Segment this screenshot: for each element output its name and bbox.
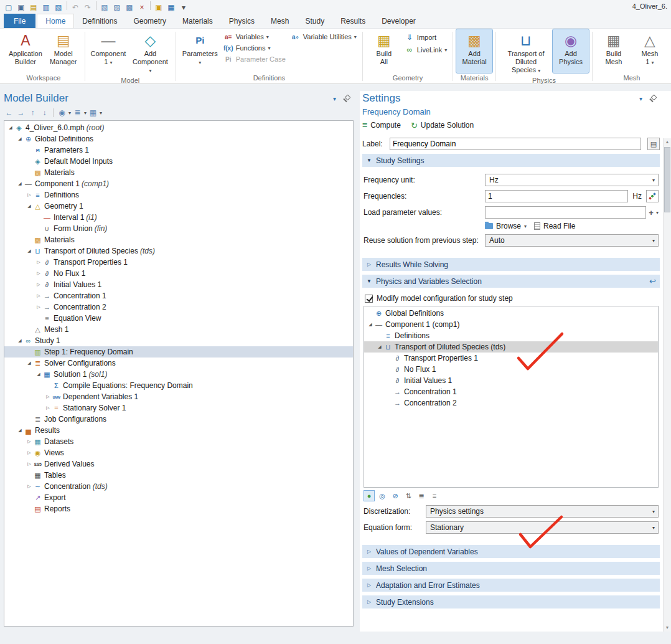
nav-back-icon[interactable]: ← — [4, 108, 14, 118]
label-input[interactable] — [390, 138, 641, 150]
tree-item[interactable]: ◢⊔Transport of Diluted Species (tds) — [364, 341, 658, 353]
move-up-icon[interactable]: ↑ — [27, 108, 38, 118]
tree-item[interactable]: ΣCompile Equations: Frequency Domain — [4, 380, 353, 391]
tree-item[interactable]: ∂No Flux 1 — [364, 364, 658, 375]
redo-icon[interactable]: ↷ — [82, 2, 94, 13]
collapse-arrow-icon[interactable]: ◢ — [16, 136, 24, 141]
tree-item[interactable]: ▷▦Datasets — [4, 436, 353, 447]
tab-file[interactable]: File — [4, 14, 35, 28]
tree-item[interactable]: ▷◉Views — [4, 447, 353, 458]
new-window-icon[interactable]: ▣ — [15, 2, 27, 13]
section-study-settings[interactable]: ▼ Study Settings — [362, 154, 660, 167]
collapse-arrow-icon[interactable]: ◢ — [26, 204, 33, 209]
expand-arrow-icon[interactable]: ▷ — [44, 394, 52, 399]
tab-mesh[interactable]: Mesh — [263, 14, 297, 28]
tree-item[interactable]: ◢—Component 1 (comp1) — [364, 319, 658, 330]
tree-item[interactable]: ≡Equation View — [4, 313, 353, 324]
variable-utilities-button[interactable]: a∘Variable Utilities▾ — [288, 32, 359, 41]
parameters-button[interactable]: PiParameters ▾ — [179, 29, 221, 73]
open-icon[interactable]: ▤ — [27, 2, 40, 13]
move-down-icon[interactable]: ↓ — [39, 108, 50, 118]
read-file-button[interactable]: Read File — [534, 222, 575, 230]
tree-item[interactable]: ▤Reports — [4, 503, 353, 514]
tree-item[interactable]: ◢⊔Transport of Diluted Species(tds) — [4, 245, 353, 257]
expand-arrow-icon[interactable]: ▷ — [35, 282, 42, 287]
functions-button[interactable]: f(x)Functions▾ — [221, 44, 288, 52]
collapse-arrow-icon[interactable]: ◢ — [16, 181, 24, 186]
tree-item[interactable]: →Concentration 2 — [364, 397, 658, 409]
view-options-icon[interactable]: ▦ — [88, 108, 98, 118]
update-solution-button[interactable]: ↻ Update Solution — [411, 121, 474, 130]
tree-item[interactable]: ◢≣Solver Configurations — [4, 358, 353, 369]
expand-arrow-icon[interactable]: ▷ — [44, 405, 52, 410]
paste-icon[interactable]: ▨ — [111, 2, 123, 13]
tree-item[interactable]: ∂Initial Values 1 — [364, 375, 658, 386]
label-options-button[interactable]: ▤ — [647, 138, 660, 150]
load-parameter-input[interactable] — [485, 206, 646, 219]
tab-developer[interactable]: Developer — [373, 14, 424, 28]
tab-definitions[interactable]: Definitions — [74, 14, 125, 28]
tree-item[interactable]: ≣Job Configurations — [4, 414, 353, 425]
tree-item[interactable]: →Concentration 1 — [364, 386, 658, 397]
add-material-button[interactable]: ▩AddMaterial — [456, 29, 492, 73]
expand-arrow-icon[interactable]: ▷ — [26, 462, 33, 466]
expand-arrow-icon[interactable]: ▷ — [35, 293, 42, 298]
range-button[interactable] — [646, 190, 659, 202]
tree-item[interactable]: ↗Export — [4, 492, 353, 503]
collapse-arrow-icon[interactable]: ◢ — [7, 125, 14, 130]
panel-menu-icon[interactable]: ▾ — [333, 95, 336, 102]
tree-item[interactable]: ◢⊕Global Definitions — [4, 133, 353, 144]
pin-icon[interactable] — [342, 95, 350, 103]
add-physics-button[interactable]: ◉AddPhysics — [553, 29, 589, 73]
expand-arrow-icon[interactable]: ▷ — [35, 271, 42, 276]
expand-arrow-icon[interactable]: ▷ — [26, 192, 33, 197]
activate-icon[interactable]: ● — [364, 490, 375, 501]
scrollbar-thumb[interactable] — [664, 147, 670, 212]
equation-form-select[interactable]: Stationary ▾ — [426, 521, 659, 534]
tree-item[interactable]: ▷∂Initial Values 1 — [4, 279, 353, 290]
undo-icon[interactable]: ↶ — [69, 2, 82, 13]
tree-item[interactable]: ∪Form Union(fin) — [4, 223, 353, 234]
save-icon[interactable]: ▥ — [40, 2, 52, 13]
discretization-select[interactable]: Physics settings ▾ — [426, 505, 659, 518]
expand-arrow-icon[interactable]: ▷ — [26, 450, 33, 455]
tree-item[interactable]: ▷8.85Derived Values — [4, 458, 353, 470]
tree-item[interactable]: ▷≡Definitions — [4, 189, 353, 201]
collapse-arrow-icon[interactable]: ◢ — [35, 372, 42, 377]
duplicate-icon[interactable]: ▩ — [123, 2, 136, 13]
tree-item[interactable]: ▷→Concentration 2 — [4, 301, 353, 313]
deactivate-icon[interactable]: ◎ — [377, 490, 388, 501]
variables-button[interactable]: a=Variables▾ — [221, 32, 288, 41]
collapse-arrow-icon[interactable]: ◢ — [26, 361, 33, 366]
frequencies-input[interactable] — [485, 190, 628, 202]
scroll-up-icon[interactable]: ▲ — [664, 138, 671, 146]
section-study-extensions[interactable]: ▷Study Extensions — [362, 595, 660, 608]
add-component-button[interactable]: ◇AddComponent ▾ — [128, 29, 172, 76]
tree-item[interactable]: ◢—Component 1(comp1) — [4, 178, 353, 189]
parameter-case-button[interactable]: PiParameter Case — [221, 55, 288, 64]
tab-geometry[interactable]: Geometry — [125, 14, 174, 28]
livelink-button[interactable]: ∞LiveLink▾ — [402, 45, 449, 55]
tree-item[interactable]: ◢△Geometry 1 — [4, 201, 353, 212]
model-manager-button[interactable]: ▤ModelManager — [45, 29, 82, 73]
tree-item[interactable]: ◈Default Model Inputs — [4, 156, 353, 167]
tree-item[interactable]: ≡Definitions — [364, 330, 658, 341]
section-values-of-dependent-variables[interactable]: ▷Values of Dependent Variables — [362, 545, 660, 558]
section-physics-and-variables-selection[interactable]: ▼ Physics and Variables Selection ↩ — [362, 275, 660, 288]
disable-icon[interactable]: ⊘ — [390, 490, 401, 501]
tree-item[interactable]: ▷∂Transport Properties 1 — [4, 257, 353, 268]
compute-button[interactable]: = Compute — [362, 120, 401, 130]
section-mesh-selection[interactable]: ▷Mesh Selection — [362, 562, 660, 575]
tree-item[interactable]: ▥Step 1: Frequency Domain — [4, 346, 353, 358]
expand-all-icon[interactable]: ≣ — [416, 490, 427, 501]
transport-of-diluted-species-button[interactable]: ⊔Transport ofDiluted Species ▾ — [499, 29, 553, 76]
panel-menu-icon[interactable]: ▾ — [639, 95, 642, 102]
tab-study[interactable]: Study — [297, 14, 332, 28]
tree-item[interactable]: ▩Materials — [4, 167, 353, 178]
expand-arrow-icon[interactable]: ▷ — [26, 484, 33, 489]
expand-arrow-icon[interactable]: ▷ — [35, 260, 42, 265]
tab-home[interactable]: Home — [37, 14, 74, 28]
tree-item[interactable]: ▷∼Concentration(tds) — [4, 481, 353, 492]
application-builder-button[interactable]: AApplicationBuilder — [6, 29, 45, 73]
reset-inherit-icon[interactable]: ↩ — [649, 277, 656, 286]
